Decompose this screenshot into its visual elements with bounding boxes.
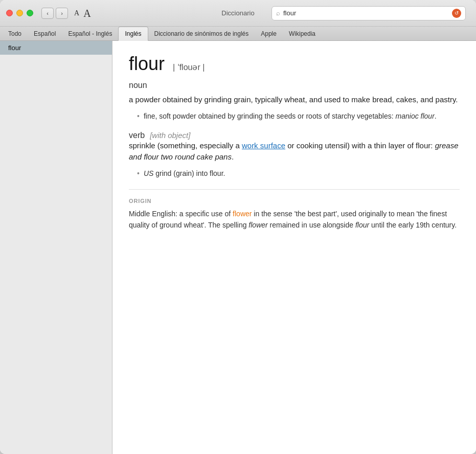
noun-block: noun a powder obtained by grinding grain… (129, 81, 460, 122)
main-area: flour flour | ˈflouər | noun a powder ob… (0, 41, 476, 454)
origin-label: ORIGIN (129, 198, 460, 204)
tab-sinonimos[interactable]: Diccionario de sinónimos de inglés (148, 27, 255, 40)
entry-pronunciation: | ˈflouər | (173, 62, 205, 72)
sidebar-item-flour[interactable]: flour (0, 41, 112, 55)
noun-sub1-example: manioc flour (396, 112, 435, 120)
origin-text: Middle English: a specific use of flower… (129, 208, 460, 231)
content-area: flour | ˈflouər | noun a powder obtained… (112, 41, 476, 454)
verb-def-link[interactable]: work surface (242, 141, 285, 150)
sidebar: flour (0, 41, 112, 454)
origin-post: remained in use alongside (270, 221, 353, 229)
forward-button[interactable]: › (56, 8, 68, 19)
tab-todo[interactable]: Todo (2, 27, 28, 40)
search-bar[interactable]: ⌕ ↺ (271, 6, 466, 20)
verb-def-post: or cooking utensil) with a thin layer of… (287, 141, 433, 150)
tab-espanol-ingles[interactable]: Español - Inglés (62, 27, 118, 40)
search-icon: ⌕ (276, 9, 280, 17)
noun-definition: a powder obtained by grinding grain, typ… (129, 94, 460, 106)
maximize-button[interactable] (27, 10, 33, 16)
window-title: Diccionario (221, 9, 254, 17)
tab-espanol[interactable]: Español (28, 27, 62, 40)
noun-sub1-text: fine, soft powder obtained by grinding t… (144, 112, 394, 120)
back-button[interactable]: ‹ (41, 8, 54, 19)
traffic-lights (6, 10, 33, 16)
origin-section: ORIGIN Middle English: a specific use of… (129, 189, 460, 231)
titlebar: ‹ › A A Diccionario ⌕ ↺ (0, 0, 476, 27)
verb-sub-list: • US grind (grain) into flour. (129, 168, 460, 179)
verb-label-row: verb [with object] (129, 131, 460, 140)
close-button[interactable] (6, 10, 13, 16)
forward-icon: › (61, 10, 63, 16)
font-decrease-button[interactable]: A (74, 10, 79, 17)
minimize-button[interactable] (16, 10, 23, 16)
origin-pre: Middle English: a specific use of (129, 210, 231, 218)
font-size-controls: A A (74, 8, 91, 18)
noun-label: noun (129, 81, 460, 90)
noun-sub1-punct: . (435, 112, 437, 120)
entry-header: flour | ˈflouər | (129, 53, 460, 75)
origin-italic-flour: flour (355, 221, 369, 229)
noun-sub-list: • fine, soft powder obtained by grinding… (129, 111, 460, 122)
verb-sub1-text: grind (grain) into flour. (155, 169, 225, 177)
verb-note: [with object] (150, 131, 190, 140)
origin-italic-flower: flower (248, 221, 267, 229)
verb-sub1-prefix: US (144, 169, 153, 177)
tab-wikipedia[interactable]: Wikipedia (283, 27, 322, 40)
verb-def-punct: . (232, 152, 234, 161)
app-window: ‹ › A A Diccionario ⌕ ↺ Todo Español Esp… (0, 0, 476, 454)
verb-block: verb [with object] sprinkle (something, … (129, 131, 460, 179)
verb-sub-item-1: • US grind (grain) into flour. (137, 168, 460, 179)
bullet-icon: • (137, 111, 140, 122)
verb-definition: sprinkle (something, especially a work s… (129, 140, 460, 163)
tab-apple[interactable]: Apple (255, 27, 283, 40)
noun-sub-item-1: • fine, soft powder obtained by grinding… (137, 111, 460, 122)
verb-def-pre: sprinkle (something, especially a (129, 141, 240, 150)
origin-end: until the early 19th century. (371, 221, 457, 229)
origin-link-flower[interactable]: flower (233, 210, 252, 218)
nav-controls: ‹ › (41, 8, 68, 19)
entry-word: flour (129, 53, 165, 75)
font-increase-button[interactable]: A (83, 8, 90, 18)
back-icon: ‹ (47, 10, 49, 16)
tabbar: Todo Español Español - Inglés Inglés Dic… (0, 27, 476, 41)
search-input[interactable] (283, 9, 450, 17)
verb-label: verb (129, 131, 145, 140)
tab-ingles[interactable]: Inglés (118, 27, 148, 41)
search-clear-button[interactable]: ↺ (452, 9, 461, 18)
bullet-icon-2: • (137, 168, 140, 179)
